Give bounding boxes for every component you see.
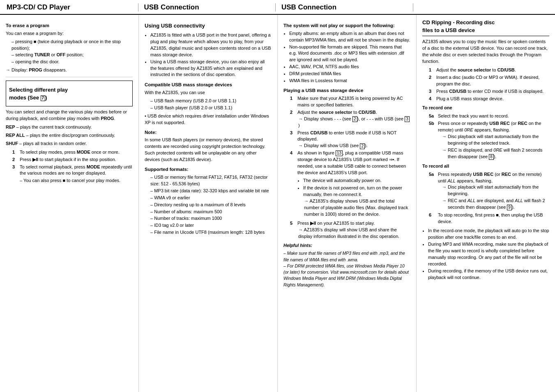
s1-bullet: Using a USB mass storage device, you can…	[150, 59, 272, 78]
steps-list: 1 To select play modes, press MODE once …	[12, 149, 133, 184]
noplay-item: Empty albums: an empty album is an album…	[289, 30, 410, 44]
supported-item: Number of albums: maximum 500	[150, 209, 272, 215]
supported-item: Directory nesting up to a maximum of 8 l…	[150, 202, 272, 208]
cd-step-4: 4 Plug a USB mass storage device.	[429, 96, 549, 102]
rec-all-5a: 5a Press repeatedly USB REC (or REC on t…	[429, 171, 549, 212]
cd-rip-steps: 1 Adjust the source selector to CD/USB. …	[429, 67, 549, 102]
col3-title: USB Connection	[281, 3, 407, 12]
col3: The system will not play or support the …	[278, 15, 417, 392]
erase-item: selecting TUNER or OFF position;	[12, 52, 133, 58]
step-2: 2 Press ▶II to start playback if in the …	[12, 157, 133, 163]
s1-bullets: AZ1835 is fitted with a USB port in the …	[150, 32, 272, 78]
supported-item: File name in Uicode UTF8 (maximum length…	[150, 229, 272, 236]
cd-step-1: 1 Adjust the source selector to CD/USB.	[429, 67, 549, 74]
noplay-item: DRM protected WMA files	[289, 71, 410, 77]
step4-bullets: The device will automatically power on. …	[303, 178, 410, 218]
record-one-list: 5a Select the track you want to record. …	[429, 113, 549, 161]
note-text: In some USB flash players (or memory dev…	[145, 137, 272, 163]
cd-bullet: In the record-one mode, the playback wil…	[428, 228, 549, 241]
header-col4: USB Connection	[415, 3, 549, 12]
modes-title: Selecting different playmodes (See 7)	[9, 86, 129, 102]
play-step-3: 3 Press CD/USB to enter USB mode if USB …	[290, 130, 410, 150]
play-step-2: 2 Adjust the source selector to CD/USB. …	[290, 109, 410, 129]
erase-intro: You can erase a program by:	[6, 30, 133, 37]
col1-title: MP3-CD/ CD Player	[7, 3, 132, 12]
header-divider1	[138, 3, 138, 12]
playing-steps: 1 Make sure that your AZ1835 is being po…	[290, 95, 410, 240]
cd-bullet: During MP3 and WMA recording, make sure …	[428, 241, 549, 267]
step4-bullet: The device will automatically power on.	[303, 178, 410, 184]
cd-step-2: 2 Insert a disc (audio CD or MP3 or WMA)…	[429, 74, 549, 88]
record-all-title: To record all	[422, 163, 549, 170]
header: MP3-CD/ CD Player USB Connection USB Con…	[0, 0, 555, 15]
play-step-4: 4 As shown in figure 13, plug a compatib…	[290, 150, 410, 219]
noplay-item: WMA files in Lossless format	[289, 78, 410, 84]
helpful-title: Helpful hints:	[283, 242, 410, 249]
play-step-1: 1 Make sure that your AZ1835 is being po…	[290, 95, 410, 108]
header-col2: USB Connection	[140, 3, 274, 12]
divider	[6, 77, 133, 77]
col2-title: USB Connection	[144, 3, 270, 12]
arrow-line: →Disc playback will start automactially …	[442, 134, 549, 147]
cd-bullet: During recording, if the memory of the U…	[428, 268, 549, 281]
compat-title: Compatible USB mass storage devices	[145, 81, 272, 88]
content: To erase a program You can erase a progr…	[0, 15, 555, 392]
cd-rip-intro: AZ1835 allows you to copy the music file…	[422, 39, 549, 65]
noplay-title: The system will not play or support the …	[283, 22, 410, 29]
repall-line: REP ALL – plays the entire disc/program …	[6, 132, 133, 139]
step4-bullet: If the device is not powered on, turn on…	[303, 185, 410, 218]
supported-item: Number of tracks: maximum 1000	[150, 215, 272, 222]
erase-prog: → Display: PROG disappears.	[6, 67, 133, 74]
supported-item: ID3 tag v2.0 or later	[150, 222, 272, 229]
modes-intro: You can select and change the various pl…	[6, 109, 133, 122]
play-step-5: 5 Press ▶II on your AZ1835 to start play…	[290, 220, 410, 240]
note-title: Note:	[145, 129, 272, 136]
arrow-line: →REC is displayed, and 0RE will flash 2 …	[442, 147, 549, 160]
rec-one-5b: 5b Press once or repeatedly USB REC (or …	[429, 120, 549, 161]
rec-one-5a: 5a Select the track you want to record.	[429, 113, 549, 120]
page: MP3-CD/ CD Player USB Connection USB Con…	[0, 0, 555, 392]
arrow-line: →REC and ALL are displayed, and ALL will…	[442, 198, 549, 211]
record-one-title: To record one	[422, 105, 549, 111]
compat-list: USB flash memory (USB 2.0 or USB 1.1) US…	[150, 98, 272, 111]
supported-item: MP3 bit rate (data rate): 32-320 kbps an…	[150, 188, 272, 194]
step-1: 1 To select play modes, press MODE once …	[12, 149, 133, 156]
shuf-line: SHUF – plays all tracks in random order.	[6, 141, 133, 147]
helpful-text: – Make sure that file names of MP3 files…	[283, 250, 410, 288]
header-divider3	[413, 3, 413, 12]
col1: To erase a program You can erase a progr…	[0, 15, 139, 392]
supported-item: WMA v9 or earlier	[150, 195, 272, 201]
compat-item: USB flash player (USB 2.0 or USB 1.1)	[150, 105, 272, 111]
step-3: 3 To select normal playback, press MODE …	[12, 164, 133, 184]
supported-item: USB or memory file format FAT12, FAT16, …	[150, 174, 272, 187]
compat-item: USB flash memory (USB 2.0 or USB 1.1)	[150, 98, 272, 104]
col4: CD Ripping - Recording discfiles to a US…	[417, 15, 555, 392]
erase-list: pressing ■ (twice during playback or onc…	[12, 39, 133, 66]
supported-title: Supported formats:	[145, 166, 272, 173]
arrow-line: →Disc playback will start automactially …	[442, 184, 549, 197]
compat-intro: With the AZ1835, you can use	[145, 90, 272, 96]
rep-line: REP – plays the current track continuous…	[6, 124, 133, 131]
erase-title: To erase a program	[6, 22, 133, 29]
record-all-list: 5a Press repeatedly USB REC (or REC on t…	[429, 171, 549, 226]
supported-list: USB or memory file format FAT12, FAT16, …	[150, 174, 272, 236]
noplay-item: Non-supported file formats are skipped. …	[289, 44, 410, 64]
cd-rip-title: CD Ripping - Recording discfiles to a US…	[422, 19, 549, 36]
usb-conn-title: Using USB connectivity	[145, 22, 272, 30]
noplay-item: AAC, WAV, PCM, NTFS audio files	[289, 64, 410, 70]
col2: Using USB connectivity AZ1835 is fitted …	[139, 15, 278, 392]
erase-item: opening the disc door.	[12, 59, 133, 65]
noplay-list: Empty albums: an empty album is an album…	[289, 30, 410, 85]
playing-title: Playing a USB mass storage device	[283, 87, 410, 94]
header-col1: MP3-CD/ CD Player	[7, 3, 136, 12]
s1-bullet: AZ1835 is fitted with a USB port in the …	[150, 32, 272, 58]
cd-rip-bullets: In the record-one mode, the playback wil…	[428, 228, 549, 281]
modes-box: Selecting different playmodes (See 7)	[6, 81, 133, 106]
compat-note: • USB device which requires driver insta…	[145, 113, 272, 126]
rec-all-6: 6 To stop recording, first press ■, then…	[429, 212, 549, 225]
header-divider2	[275, 3, 276, 12]
cd-step-3: 3 Press CD/USB to enter CD mode if USB i…	[429, 88, 549, 95]
header-col3: USB Connection	[277, 3, 411, 12]
erase-item: pressing ■ (twice during playback or onc…	[12, 39, 133, 52]
